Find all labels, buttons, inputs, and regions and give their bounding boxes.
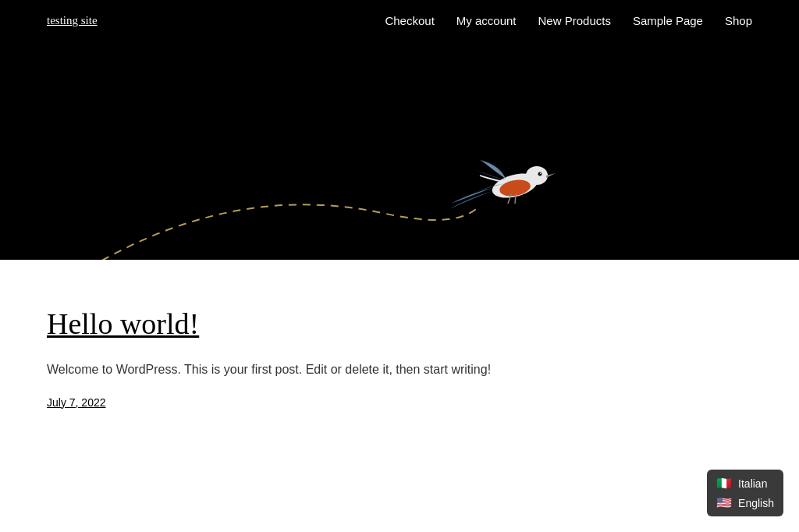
main-content: Hello world! Welcome to WordPress. This … [0, 260, 799, 472]
nav-sample-page[interactable]: Sample Page [633, 14, 703, 27]
svg-marker-3 [546, 173, 556, 178]
nav-checkout[interactable]: Checkout [385, 14, 434, 27]
nav-new-products[interactable]: New Products [538, 14, 611, 27]
svg-point-5 [540, 172, 542, 174]
svg-point-4 [538, 172, 542, 176]
hero-section [0, 41, 799, 260]
language-switcher: 🇮🇹 Italian 🇺🇸 English [707, 470, 783, 472]
post-date[interactable]: July 7, 2022 [47, 396, 106, 409]
nav-shop[interactable]: Shop [725, 14, 752, 27]
site-title[interactable]: testing site [47, 14, 98, 27]
site-header: testing site Checkout My account New Pro… [0, 0, 799, 41]
svg-line-7 [515, 194, 516, 204]
hero-svg [0, 41, 799, 260]
main-nav: Checkout My account New Products Sample … [385, 14, 752, 27]
svg-point-1 [526, 166, 548, 185]
nav-my-account[interactable]: My account [456, 14, 517, 27]
post-excerpt: Welcome to WordPress. This is your first… [47, 360, 655, 380]
post-title[interactable]: Hello world! [47, 307, 655, 341]
